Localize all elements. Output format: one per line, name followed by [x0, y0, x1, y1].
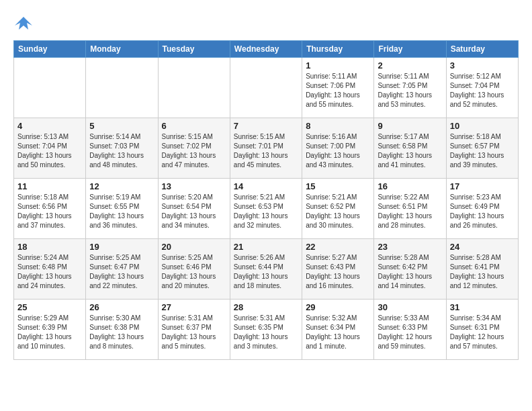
calendar-cell: 22Sunrise: 5:27 AMSunset: 6:43 PMDayligh…	[302, 239, 374, 300]
calendar-week-row: 11Sunrise: 5:18 AMSunset: 6:56 PMDayligh…	[14, 179, 519, 239]
calendar-cell: 8Sunrise: 5:16 AMSunset: 7:00 PMDaylight…	[302, 118, 374, 179]
day-number: 23	[378, 242, 442, 252]
calendar-cell: 4Sunrise: 5:13 AMSunset: 7:04 PMDaylight…	[14, 118, 86, 179]
day-info: Sunrise: 5:18 AMSunset: 6:57 PMDaylight:…	[450, 132, 515, 170]
day-info: Sunrise: 5:25 AMSunset: 6:46 PMDaylight:…	[162, 253, 226, 291]
calendar-cell	[86, 58, 158, 118]
day-number: 9	[378, 121, 442, 131]
day-info: Sunrise: 5:21 AMSunset: 6:52 PMDaylight:…	[306, 193, 370, 230]
day-number: 18	[17, 242, 82, 252]
calendar-week-row: 4Sunrise: 5:13 AMSunset: 7:04 PMDaylight…	[14, 118, 519, 179]
calendar-cell: 9Sunrise: 5:17 AMSunset: 6:58 PMDaylight…	[374, 118, 446, 179]
day-info: Sunrise: 5:26 AMSunset: 6:44 PMDaylight:…	[234, 253, 298, 291]
day-number: 11	[17, 181, 82, 191]
svg-marker-0	[15, 17, 32, 30]
calendar-cell: 29Sunrise: 5:32 AMSunset: 6:34 PMDayligh…	[302, 300, 374, 360]
calendar-cell: 26Sunrise: 5:30 AMSunset: 6:38 PMDayligh…	[86, 300, 158, 360]
calendar-cell: 21Sunrise: 5:26 AMSunset: 6:44 PMDayligh…	[230, 239, 302, 300]
day-info: Sunrise: 5:14 AMSunset: 7:03 PMDaylight:…	[89, 132, 154, 170]
day-number: 10	[450, 121, 515, 131]
calendar-cell: 24Sunrise: 5:28 AMSunset: 6:41 PMDayligh…	[446, 239, 518, 300]
day-number: 31	[450, 302, 515, 312]
day-info: Sunrise: 5:20 AMSunset: 6:54 PMDaylight:…	[162, 193, 226, 230]
page-header	[13, 13, 519, 34]
day-number: 17	[450, 181, 515, 191]
calendar-cell: 16Sunrise: 5:22 AMSunset: 6:51 PMDayligh…	[374, 179, 446, 239]
calendar-cell: 5Sunrise: 5:14 AMSunset: 7:03 PMDaylight…	[86, 118, 158, 179]
day-info: Sunrise: 5:32 AMSunset: 6:34 PMDaylight:…	[306, 314, 370, 351]
day-number: 6	[162, 121, 226, 131]
day-number: 8	[306, 121, 370, 131]
calendar-week-row: 25Sunrise: 5:29 AMSunset: 6:39 PMDayligh…	[14, 300, 519, 360]
day-header-friday: Friday	[374, 41, 446, 58]
calendar-cell: 30Sunrise: 5:33 AMSunset: 6:33 PMDayligh…	[374, 300, 446, 360]
calendar-cell	[14, 58, 86, 118]
day-number: 15	[306, 181, 370, 191]
day-info: Sunrise: 5:11 AMSunset: 7:05 PMDaylight:…	[378, 72, 442, 109]
day-number: 24	[450, 242, 515, 252]
calendar-week-row: 1Sunrise: 5:11 AMSunset: 7:06 PMDaylight…	[14, 58, 519, 118]
day-header-saturday: Saturday	[446, 41, 518, 58]
day-number: 13	[162, 181, 226, 191]
day-info: Sunrise: 5:28 AMSunset: 6:42 PMDaylight:…	[378, 253, 442, 291]
day-header-wednesday: Wednesday	[230, 41, 302, 58]
day-number: 30	[378, 302, 442, 312]
day-number: 14	[234, 181, 298, 191]
day-info: Sunrise: 5:18 AMSunset: 6:56 PMDaylight:…	[17, 193, 82, 230]
calendar-cell	[230, 58, 302, 118]
day-number: 28	[234, 302, 298, 312]
calendar-cell: 11Sunrise: 5:18 AMSunset: 6:56 PMDayligh…	[14, 179, 86, 239]
calendar-cell: 10Sunrise: 5:18 AMSunset: 6:57 PMDayligh…	[446, 118, 518, 179]
day-number: 22	[306, 242, 370, 252]
logo-icon	[13, 13, 34, 34]
calendar-header-row: SundayMondayTuesdayWednesdayThursdayFrid…	[14, 41, 519, 58]
day-info: Sunrise: 5:31 AMSunset: 6:35 PMDaylight:…	[234, 314, 298, 351]
day-number: 25	[17, 302, 82, 312]
day-info: Sunrise: 5:17 AMSunset: 6:58 PMDaylight:…	[378, 132, 442, 170]
day-info: Sunrise: 5:29 AMSunset: 6:39 PMDaylight:…	[17, 314, 82, 351]
day-info: Sunrise: 5:23 AMSunset: 6:49 PMDaylight:…	[450, 193, 515, 230]
calendar-cell: 13Sunrise: 5:20 AMSunset: 6:54 PMDayligh…	[158, 179, 230, 239]
calendar-cell: 23Sunrise: 5:28 AMSunset: 6:42 PMDayligh…	[374, 239, 446, 300]
calendar-cell: 17Sunrise: 5:23 AMSunset: 6:49 PMDayligh…	[446, 179, 518, 239]
calendar-cell: 25Sunrise: 5:29 AMSunset: 6:39 PMDayligh…	[14, 300, 86, 360]
day-info: Sunrise: 5:15 AMSunset: 7:02 PMDaylight:…	[162, 132, 226, 170]
day-info: Sunrise: 5:16 AMSunset: 7:00 PMDaylight:…	[306, 132, 370, 170]
day-number: 1	[306, 60, 370, 71]
calendar-cell: 6Sunrise: 5:15 AMSunset: 7:02 PMDaylight…	[158, 118, 230, 179]
day-number: 5	[89, 121, 154, 131]
calendar-cell: 7Sunrise: 5:15 AMSunset: 7:01 PMDaylight…	[230, 118, 302, 179]
day-info: Sunrise: 5:33 AMSunset: 6:33 PMDaylight:…	[378, 314, 442, 351]
calendar-cell: 28Sunrise: 5:31 AMSunset: 6:35 PMDayligh…	[230, 300, 302, 360]
calendar-cell: 14Sunrise: 5:21 AMSunset: 6:53 PMDayligh…	[230, 179, 302, 239]
day-number: 4	[17, 121, 82, 131]
day-number: 19	[89, 242, 154, 252]
calendar-cell	[158, 58, 230, 118]
day-number: 20	[162, 242, 226, 252]
day-number: 16	[378, 181, 442, 191]
day-info: Sunrise: 5:27 AMSunset: 6:43 PMDaylight:…	[306, 253, 370, 291]
day-header-tuesday: Tuesday	[158, 41, 230, 58]
day-number: 27	[162, 302, 226, 312]
day-header-sunday: Sunday	[14, 41, 86, 58]
calendar-week-row: 18Sunrise: 5:24 AMSunset: 6:48 PMDayligh…	[14, 239, 519, 300]
day-number: 2	[378, 60, 442, 71]
day-number: 26	[89, 302, 154, 312]
day-info: Sunrise: 5:30 AMSunset: 6:38 PMDaylight:…	[89, 314, 154, 351]
calendar-cell: 18Sunrise: 5:24 AMSunset: 6:48 PMDayligh…	[14, 239, 86, 300]
day-number: 3	[450, 60, 515, 71]
calendar-cell: 1Sunrise: 5:11 AMSunset: 7:06 PMDaylight…	[302, 58, 374, 118]
calendar-cell: 19Sunrise: 5:25 AMSunset: 6:47 PMDayligh…	[86, 239, 158, 300]
day-info: Sunrise: 5:22 AMSunset: 6:51 PMDaylight:…	[378, 193, 442, 230]
day-info: Sunrise: 5:28 AMSunset: 6:41 PMDaylight:…	[450, 253, 515, 291]
day-info: Sunrise: 5:15 AMSunset: 7:01 PMDaylight:…	[234, 132, 298, 170]
day-header-thursday: Thursday	[302, 41, 374, 58]
day-info: Sunrise: 5:19 AMSunset: 6:55 PMDaylight:…	[89, 193, 154, 230]
calendar-cell: 27Sunrise: 5:31 AMSunset: 6:37 PMDayligh…	[158, 300, 230, 360]
day-number: 7	[234, 121, 298, 131]
calendar-cell: 3Sunrise: 5:12 AMSunset: 7:04 PMDaylight…	[446, 58, 518, 118]
logo	[13, 13, 36, 34]
calendar-cell: 31Sunrise: 5:34 AMSunset: 6:31 PMDayligh…	[446, 300, 518, 360]
day-info: Sunrise: 5:12 AMSunset: 7:04 PMDaylight:…	[450, 72, 515, 109]
day-number: 21	[234, 242, 298, 252]
